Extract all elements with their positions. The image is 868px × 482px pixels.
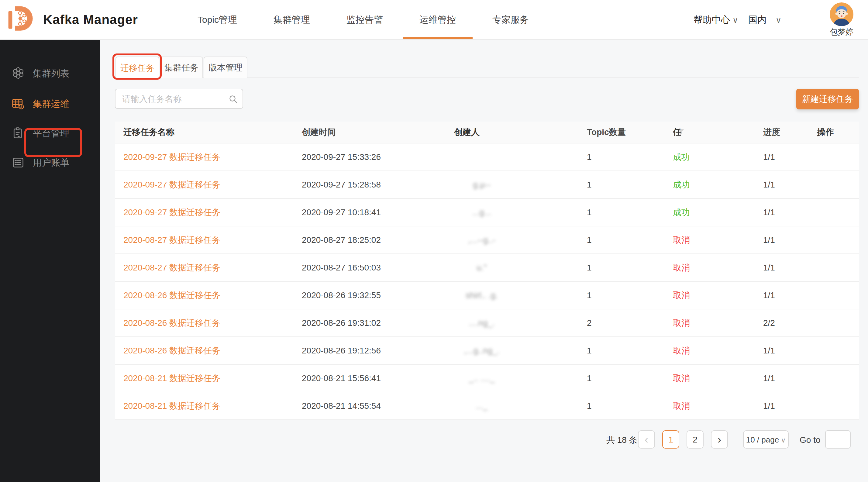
next-page-button[interactable]: › [711, 430, 728, 449]
page-button-2[interactable]: 2 [687, 430, 704, 449]
creator-redacted: _.. ...._ [432, 365, 532, 392]
bill-list-icon [11, 156, 25, 169]
task-link[interactable]: 2020-09-27 数据迁移任务 [123, 199, 220, 226]
task-link[interactable]: 2020-08-27 数据迁移任务 [123, 254, 220, 281]
kafka-manager-app: Kafka Manager Topic管理 集群管理 监控告警 运维管控 专家服… [0, 0, 868, 482]
task-link[interactable]: 2020-08-26 数据迁移任务 [123, 337, 220, 364]
col-progress: 进度 [763, 122, 780, 143]
table-row: 2020-08-27 数据迁移任务 2020-08-27 16:50:03 u.… [115, 254, 859, 282]
clipboard-icon [11, 127, 25, 140]
sidebar-item-label: 集群列表 [33, 67, 69, 80]
creator-redacted: g.µ-- [432, 171, 532, 198]
status-badge: 取消 [673, 337, 690, 364]
status-badge: 成功 [673, 171, 690, 198]
task-link[interactable]: 2020-08-27 数据迁移任务 [123, 226, 220, 253]
nav-monitor-alert[interactable]: 监控告警 [330, 0, 400, 39]
sidebar-item-platform-management[interactable]: 平台管理 [0, 124, 100, 143]
chevron-down-icon: ∨ [781, 437, 786, 444]
col-task-status: 任务状态 [673, 122, 685, 143]
tab-cluster-tasks[interactable]: 集群任务 [160, 57, 203, 78]
app-title: Kafka Manager [43, 0, 138, 39]
task-link[interactable]: 2020-08-26 数据迁移任务 [123, 282, 220, 309]
avatar [830, 2, 854, 26]
sidebar-item-cluster-list[interactable]: 集群列表 [0, 64, 100, 83]
chevron-down-icon: ∨ [733, 15, 738, 25]
status-badge: 取消 [673, 365, 690, 392]
goto-page-input[interactable] [825, 430, 851, 449]
table-row: 2020-09-27 数据迁移任务 2020-09-27 10:18:41 ..… [115, 199, 859, 226]
status-badge: 取消 [673, 254, 690, 281]
table-row: 2020-09-27 数据迁移任务 2020-09-27 15:33:26 1 … [115, 143, 859, 171]
sidebar: 集群列表 $ 集群运维 平台管理 [0, 39, 100, 482]
ops-billing-table-icon: $ [11, 97, 25, 110]
col-action: 操作 [817, 122, 834, 143]
task-link[interactable]: 2020-09-27 数据迁移任务 [123, 171, 220, 198]
creator-redacted: ,...--g..- [432, 226, 532, 253]
prev-page-button[interactable]: ‹ [638, 430, 655, 449]
hexagon-cluster-icon [11, 67, 25, 80]
create-migration-task-button[interactable]: 新建迁移任务 [796, 89, 859, 109]
creator-redacted: ...g... [432, 199, 532, 226]
user-menu[interactable]: 包梦婷 [824, 2, 860, 36]
search-icon[interactable] [228, 95, 238, 104]
help-center-label: 帮助中心 [693, 14, 730, 25]
status-badge: 取消 [673, 226, 690, 253]
table-row: 2020-08-26 数据迁移任务 2020-08-26 19:31:02 ..… [115, 310, 859, 337]
region-label: 国内 [748, 14, 767, 25]
sidebar-item-cluster-ops[interactable]: $ 集群运维 [0, 94, 100, 114]
status-badge: 取消 [673, 310, 690, 336]
creator-redacted: u.'' [432, 254, 532, 281]
pagination: 共 18 条 ‹ 1 2 › 10 / page∨ Go to [115, 430, 859, 450]
svg-text:$: $ [20, 105, 22, 108]
tab-migration-tasks[interactable]: 迁移任务 [116, 57, 159, 79]
status-badge: 成功 [673, 143, 690, 170]
task-link[interactable]: 2020-08-21 数据迁移任务 [123, 365, 220, 392]
task-search [115, 89, 243, 109]
help-center-menu[interactable]: 帮助中心∨ [693, 0, 738, 39]
top-nav: Topic管理 集群管理 监控告警 运维管控 专家服务 [181, 0, 549, 39]
table-row: 2020-08-21 数据迁移任务 2020-08-21 14:55:54 ..… [115, 392, 859, 420]
creator-redacted: ..._ [432, 392, 532, 419]
status-badge: 取消 [673, 392, 690, 419]
table-row: 2020-09-27 数据迁移任务 2020-09-27 15:28:58 g.… [115, 171, 859, 199]
col-topic-count: Topic数量 [587, 122, 626, 143]
creator-redacted: shirl.. .g. [432, 282, 532, 309]
migration-task-table: 迁移任务名称 创建时间 创建人 Topic数量 任务状态 进度 操作 2020-… [115, 122, 859, 420]
col-creator: 创建人 [454, 122, 479, 143]
table-row: 2020-08-26 数据迁移任务 2020-08-26 19:32:55 sh… [115, 282, 859, 310]
task-link[interactable]: 2020-08-26 数据迁移任务 [123, 310, 220, 336]
task-link[interactable]: 2020-08-21 数据迁移任务 [123, 392, 220, 419]
search-input[interactable] [122, 89, 226, 109]
col-task-name: 迁移任务名称 [123, 122, 175, 143]
nav-cluster-management[interactable]: 集群管理 [257, 0, 327, 39]
status-badge: 成功 [673, 199, 690, 226]
chevron-down-icon: ∨ [776, 15, 781, 25]
region-selector[interactable]: 国内∨ [748, 0, 781, 39]
nav-expert-service[interactable]: 专家服务 [476, 0, 546, 39]
nav-ops-control[interactable]: 运维管控 [403, 0, 473, 39]
status-badge: 取消 [673, 282, 690, 309]
sidebar-item-user-billing[interactable]: 用户账单 [0, 153, 100, 172]
table-header-row: 迁移任务名称 创建时间 创建人 Topic数量 任务状态 进度 操作 [115, 122, 859, 143]
goto-label: Go to [800, 430, 820, 450]
page-button-1[interactable]: 1 [662, 430, 679, 449]
nav-topic-management[interactable]: Topic管理 [181, 0, 254, 39]
total-count: 共 18 条 [606, 430, 638, 450]
creator-redacted: ,...g..ng_. [432, 337, 532, 364]
page-size-select[interactable]: 10 / page∨ [743, 430, 789, 449]
table-row: 2020-08-21 数据迁移任务 2020-08-21 15:56:41 _.… [115, 365, 859, 392]
task-link[interactable]: 2020-09-27 数据迁移任务 [123, 143, 220, 170]
username: 包梦婷 [824, 27, 860, 36]
sidebar-item-label: 平台管理 [33, 127, 69, 140]
col-created-time: 创建时间 [302, 122, 336, 143]
table-row: 2020-08-27 数据迁移任务 2020-08-27 18:25:02 ,.… [115, 226, 859, 254]
sidebar-item-label: 集群运维 [33, 98, 69, 110]
tab-version-management[interactable]: 版本管理 [204, 57, 247, 78]
creator-redacted: ....ng_. [432, 310, 532, 336]
kafka-manager-logo-icon [8, 5, 37, 34]
topbar: Kafka Manager Topic管理 集群管理 监控告警 运维管控 专家服… [0, 0, 868, 40]
table-row: 2020-08-26 数据迁移任务 2020-08-26 19:12:56 ,.… [115, 337, 859, 365]
sidebar-item-label: 用户账单 [33, 157, 69, 169]
